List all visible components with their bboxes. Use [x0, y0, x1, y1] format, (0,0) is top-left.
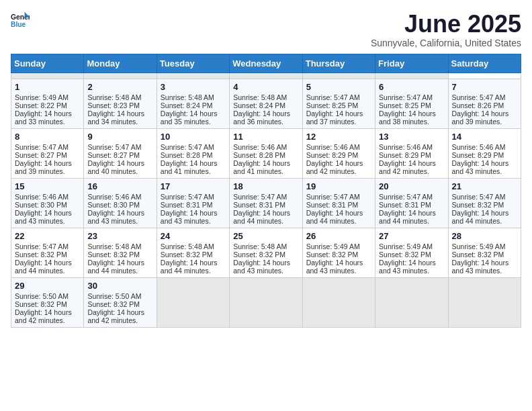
calendar-cell: 4Sunrise: 5:48 AMSunset: 8:24 PMDaylight… [230, 79, 302, 128]
logo: General Blue [11, 11, 30, 30]
daylight-text: Daylight: 14 hours and 42 minutes. [306, 159, 371, 175]
calendar-cell: 5Sunrise: 5:47 AMSunset: 8:25 PMDaylight… [302, 79, 375, 128]
sunrise-text: Sunrise: 5:49 AM [452, 242, 517, 250]
calendar-cell [302, 277, 375, 327]
day-number: 15 [15, 181, 80, 191]
day-number: 5 [306, 82, 371, 92]
sunset-text: Sunset: 8:32 PM [87, 250, 152, 259]
sunset-text: Sunset: 8:27 PM [87, 151, 152, 159]
day-number: 8 [15, 132, 80, 142]
daylight-text: Daylight: 14 hours and 35 minutes. [161, 109, 226, 126]
daylight-text: Daylight: 14 hours and 42 minutes. [15, 308, 80, 324]
day-number: 21 [452, 181, 517, 191]
daylight-text: Daylight: 14 hours and 44 minutes. [233, 209, 298, 225]
calendar-cell: 15Sunrise: 5:46 AMSunset: 8:30 PMDayligh… [11, 178, 84, 228]
calendar-week-row: 15Sunrise: 5:46 AMSunset: 8:30 PMDayligh… [11, 178, 521, 228]
sunset-text: Sunset: 8:30 PM [87, 201, 152, 209]
day-number: 30 [87, 281, 152, 291]
calendar-cell: 10Sunrise: 5:47 AMSunset: 8:28 PMDayligh… [157, 128, 229, 178]
daylight-text: Daylight: 14 hours and 41 minutes. [161, 159, 226, 175]
calendar-cell: 14Sunrise: 5:46 AMSunset: 8:29 PMDayligh… [448, 128, 521, 178]
title-area: June 2025 Sunnyvale, California, United … [371, 11, 521, 48]
daylight-text: Daylight: 14 hours and 43 minutes. [306, 259, 371, 275]
sunrise-text: Sunrise: 5:48 AM [87, 93, 152, 101]
day-number: 26 [306, 231, 371, 241]
calendar-cell: 24Sunrise: 5:48 AMSunset: 8:32 PMDayligh… [157, 228, 229, 277]
calendar-table: SundayMondayTuesdayWednesdayThursdayFrid… [11, 54, 521, 328]
sunset-text: Sunset: 8:22 PM [15, 101, 80, 109]
calendar-cell [448, 277, 521, 327]
calendar-cell: 17Sunrise: 5:47 AMSunset: 8:31 PMDayligh… [157, 178, 229, 228]
sunrise-text: Sunrise: 5:48 AM [161, 242, 226, 250]
sunset-text: Sunset: 8:31 PM [233, 201, 298, 209]
sunset-text: Sunset: 8:24 PM [161, 101, 226, 109]
day-number: 18 [233, 181, 298, 191]
sunrise-text: Sunrise: 5:48 AM [161, 93, 226, 101]
day-number: 14 [452, 132, 517, 142]
header: General Blue June 2025 Sunnyvale, Califo… [11, 11, 521, 48]
calendar-week-row [11, 73, 521, 79]
daylight-text: Daylight: 14 hours and 44 minutes. [15, 259, 80, 275]
sunrise-text: Sunrise: 5:50 AM [87, 292, 152, 300]
daylight-text: Daylight: 14 hours and 44 minutes. [161, 259, 226, 275]
sunrise-text: Sunrise: 5:47 AM [452, 93, 517, 101]
sunset-text: Sunset: 8:28 PM [161, 151, 226, 159]
day-of-week-header: Sunday [11, 54, 84, 73]
sunset-text: Sunset: 8:28 PM [233, 151, 298, 159]
day-number: 4 [233, 82, 298, 92]
logo-icon: General Blue [11, 11, 30, 30]
daylight-text: Daylight: 14 hours and 44 minutes. [306, 209, 371, 225]
day-number: 19 [306, 181, 371, 191]
day-of-week-header: Saturday [448, 54, 521, 73]
location: Sunnyvale, California, United States [371, 38, 521, 48]
daylight-text: Daylight: 14 hours and 43 minutes. [15, 209, 80, 225]
day-number: 23 [87, 231, 152, 241]
calendar-cell: 18Sunrise: 5:47 AMSunset: 8:31 PMDayligh… [230, 178, 302, 228]
daylight-text: Daylight: 14 hours and 43 minutes. [233, 259, 298, 275]
sunset-text: Sunset: 8:30 PM [15, 201, 80, 209]
calendar-cell [230, 73, 302, 79]
sunrise-text: Sunrise: 5:47 AM [161, 193, 226, 201]
daylight-text: Daylight: 14 hours and 44 minutes. [379, 209, 444, 225]
day-number: 7 [452, 82, 517, 92]
daylight-text: Daylight: 14 hours and 38 minutes. [379, 109, 444, 126]
sunrise-text: Sunrise: 5:49 AM [15, 93, 80, 101]
sunrise-text: Sunrise: 5:47 AM [379, 193, 444, 201]
calendar-cell: 11Sunrise: 5:46 AMSunset: 8:28 PMDayligh… [230, 128, 302, 178]
sunrise-text: Sunrise: 5:47 AM [452, 193, 517, 201]
sunset-text: Sunset: 8:32 PM [15, 250, 80, 259]
calendar-cell: 25Sunrise: 5:48 AMSunset: 8:32 PMDayligh… [230, 228, 302, 277]
sunrise-text: Sunrise: 5:46 AM [233, 143, 298, 151]
daylight-text: Daylight: 14 hours and 43 minutes. [379, 259, 444, 275]
day-number: 3 [161, 82, 226, 92]
sunrise-text: Sunrise: 5:47 AM [233, 193, 298, 201]
sunset-text: Sunset: 8:32 PM [161, 250, 226, 259]
calendar-cell [375, 73, 448, 79]
calendar-cell [375, 277, 448, 327]
day-number: 24 [161, 231, 226, 241]
calendar-cell: 16Sunrise: 5:46 AMSunset: 8:30 PMDayligh… [84, 178, 157, 228]
daylight-text: Daylight: 14 hours and 41 minutes. [233, 159, 298, 175]
sunset-text: Sunset: 8:29 PM [306, 151, 371, 159]
calendar-cell: 8Sunrise: 5:47 AMSunset: 8:27 PMDaylight… [11, 128, 84, 178]
calendar-cell: 21Sunrise: 5:47 AMSunset: 8:32 PMDayligh… [448, 178, 521, 228]
calendar-cell: 2Sunrise: 5:48 AMSunset: 8:23 PMDaylight… [84, 79, 157, 128]
day-number: 12 [306, 132, 371, 142]
sunset-text: Sunset: 8:32 PM [379, 250, 444, 259]
daylight-text: Daylight: 14 hours and 37 minutes. [306, 109, 371, 126]
day-number: 13 [379, 132, 444, 142]
daylight-text: Daylight: 14 hours and 44 minutes. [452, 209, 517, 225]
daylight-text: Daylight: 14 hours and 43 minutes. [452, 159, 517, 175]
sunset-text: Sunset: 8:31 PM [161, 201, 226, 209]
calendar-cell [11, 73, 84, 79]
daylight-text: Daylight: 14 hours and 36 minutes. [233, 109, 298, 126]
daylight-text: Daylight: 14 hours and 40 minutes. [87, 159, 152, 175]
day-of-week-header: Tuesday [157, 54, 229, 73]
sunrise-text: Sunrise: 5:50 AM [15, 292, 80, 300]
month-title: June 2025 [371, 11, 521, 38]
day-number: 20 [379, 181, 444, 191]
calendar-cell: 9Sunrise: 5:47 AMSunset: 8:27 PMDaylight… [84, 128, 157, 178]
sunset-text: Sunset: 8:24 PM [233, 101, 298, 109]
calendar-cell: 19Sunrise: 5:47 AMSunset: 8:31 PMDayligh… [302, 178, 375, 228]
calendar-cell: 23Sunrise: 5:48 AMSunset: 8:32 PMDayligh… [84, 228, 157, 277]
